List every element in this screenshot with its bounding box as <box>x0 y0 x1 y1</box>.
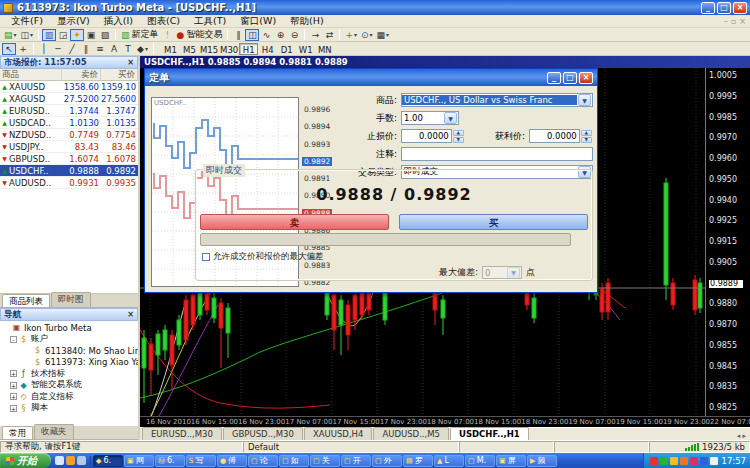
terminal-toggle[interactable]: ▣ <box>84 29 98 41</box>
candlestick-button[interactable]: ◫ <box>245 29 259 41</box>
market-watch-row[interactable]: ▲ EURUSD.. 1.3744 1.3747 <box>0 105 138 117</box>
market-watch-toggle[interactable]: ▥ <box>42 29 56 41</box>
menu-item[interactable]: 图表(C) <box>140 15 187 28</box>
arrows-button[interactable]: ◆▾ <box>135 43 150 55</box>
market-watch-row[interactable]: ▲ USDCAD.. 1.0130 1.0135 <box>0 117 138 129</box>
quick-launch-icon[interactable] <box>77 456 86 465</box>
market-watch-row[interactable]: ▲ XAUUSD 1358.60 1359.10 <box>0 81 138 93</box>
column-ask[interactable]: 买价 <box>101 69 138 81</box>
tab-favorites[interactable]: 收藏夹 <box>34 424 74 439</box>
taskbar-button[interactable]: ● 傅 <box>217 455 247 467</box>
menu-item[interactable]: 插入(I) <box>97 15 140 28</box>
tab-tick-chart[interactable]: 即时图 <box>51 292 91 307</box>
text-button[interactable]: A <box>107 43 121 55</box>
chart-tab[interactable]: USDCHF..,H1 <box>450 427 529 440</box>
maximize-button[interactable]: □ <box>717 2 731 14</box>
navigator-tree-item[interactable]: $ 6113973: Xing Xiao Yan <box>0 357 138 369</box>
sell-button[interactable]: 卖 <box>200 214 389 230</box>
menu-item[interactable]: 文件(F) <box>4 15 50 28</box>
mdi-window-controls[interactable]: –▫× <box>724 17 746 26</box>
mdi-close-icon[interactable]: × <box>739 17 746 26</box>
column-symbol[interactable]: 商品 <box>0 69 62 81</box>
tree-expander-icon[interactable]: + <box>10 382 17 389</box>
market-watch-close-icon[interactable]: × <box>127 58 134 67</box>
channel-button[interactable]: ∥ <box>79 43 93 55</box>
stop-loss-input[interactable]: 0.0000 <box>401 129 452 143</box>
tab-scroll-arrows-icon[interactable]: ◂ ▸ <box>737 432 750 440</box>
chart-tab[interactable]: EURUSD..,M30 <box>142 427 222 440</box>
new-chart-button[interactable]: ▤▾ <box>2 29 19 41</box>
status-profile[interactable]: Default <box>243 441 459 453</box>
taskbar-button[interactable]: ▤ 罗 <box>403 455 433 467</box>
timeframe-button[interactable]: H4 <box>258 43 277 55</box>
strategy-tester-toggle[interactable]: ▧ <box>98 29 112 41</box>
chart-tab[interactable]: GBPUSD..,M30 <box>223 427 303 440</box>
zoom-out-button[interactable]: ⊖ <box>287 29 301 41</box>
data-window-toggle[interactable]: ◲ <box>56 29 70 41</box>
comment-input[interactable] <box>401 147 593 161</box>
timeframe-button[interactable]: M30 <box>219 43 239 55</box>
tree-expander-icon[interactable]: + <box>10 405 17 412</box>
navigator-tree-item[interactable]: + ◇ 自定义指标 <box>0 391 138 403</box>
tab-common[interactable]: 常用 <box>2 426 33 439</box>
market-watch-row[interactable]: ▼ GBPUSD.. 1.6074 1.6078 <box>0 153 138 165</box>
tree-expander-icon[interactable]: + <box>10 370 17 377</box>
expert-advisors-button[interactable]: ●智能交易 <box>175 29 225 41</box>
timeframe-button[interactable]: W1 <box>296 43 315 55</box>
market-watch-row[interactable]: ▼ AUDUSD.. 0.9931 0.9935 <box>0 177 138 189</box>
navigator-close-icon[interactable]: × <box>127 310 134 319</box>
volume-select[interactable]: 1.00▼ <box>401 111 459 125</box>
taskbar-button[interactable]: ▶ 频 <box>527 455 557 467</box>
timeframe-button[interactable]: D1 <box>277 43 296 55</box>
dialog-minimize-button[interactable]: _ <box>547 72 561 84</box>
dropdown-arrow-icon[interactable]: ▼ <box>444 112 457 124</box>
timeframe-button[interactable]: M15 <box>199 43 219 55</box>
taskbar-button[interactable]: ▲ L <box>434 455 464 467</box>
new-order-button[interactable]: ▥新定单 <box>119 29 161 41</box>
taskbar-button[interactable]: ▢ 如 <box>279 455 309 467</box>
quick-launch-icon[interactable] <box>66 456 75 465</box>
templates-button[interactable]: ▦▾ <box>375 29 392 41</box>
indicators-button[interactable]: +▾ <box>343 29 359 41</box>
tab-symbols[interactable]: 商品列表 <box>2 294 50 307</box>
taskbar-button[interactable]: S 写 <box>186 455 216 467</box>
close-button[interactable]: × <box>733 2 747 14</box>
symbol-select[interactable]: USDCHF.., US Dollar vs Swiss Franc▼ <box>401 93 593 107</box>
navigator-tree-item[interactable]: + ƒ 技术指标 <box>0 368 138 380</box>
timeframe-button[interactable]: M1 <box>161 43 180 55</box>
tree-expander-icon[interactable]: + <box>10 393 17 400</box>
tray-icon[interactable] <box>710 457 718 465</box>
mdi-minimize-icon[interactable]: – <box>724 17 728 26</box>
mdi-restore-icon[interactable]: ▫ <box>731 17 736 26</box>
timeframe-button[interactable]: MN <box>315 43 334 55</box>
taskbar-button[interactable]: Ⓜ 6. <box>155 455 185 467</box>
menu-item[interactable]: 窗口(W) <box>233 15 283 28</box>
tray-icon[interactable] <box>700 457 708 465</box>
take-profit-input[interactable]: 0.0000 <box>529 129 580 143</box>
take-profit-spinner[interactable]: ▲▼ <box>581 130 592 142</box>
taskbar-button[interactable]: ▢ 关 <box>310 455 340 467</box>
menu-item[interactable]: 工具(T) <box>187 15 233 28</box>
buy-button[interactable]: 买 <box>399 214 588 230</box>
taskbar-button[interactable]: ▣ 屏 <box>496 455 526 467</box>
market-watch-row[interactable]: ▼ USDJPY.. 83.43 83.46 <box>0 141 138 153</box>
vertical-line-button[interactable]: │ <box>37 43 51 55</box>
taskbar-button[interactable]: ▢ M. <box>465 455 495 467</box>
navigator-tree-item[interactable]: ▣ Ikon Turbo Meta <box>0 322 138 334</box>
navigator-tree-item[interactable]: $ 6113840: Mo Shao Ling <box>0 345 138 357</box>
start-button[interactable]: 开始 <box>0 453 51 468</box>
taskbar-button[interactable]: ▢ 开 <box>341 455 371 467</box>
navigator-toggle[interactable]: ✦ <box>70 29 84 41</box>
horizontal-line-button[interactable]: ─ <box>51 43 65 55</box>
navigator-tree-item[interactable]: + ◆ 智能交易系统 <box>0 380 138 392</box>
taskbar-button[interactable]: ◆ 6. <box>93 455 123 467</box>
crosshair-button[interactable]: + <box>16 43 30 55</box>
timeframe-button[interactable]: H1 <box>239 43 258 55</box>
tray-icon[interactable] <box>670 457 678 465</box>
dropdown-arrow-icon[interactable]: ▼ <box>578 94 591 106</box>
profiles-button[interactable]: ◫▾ <box>19 29 36 41</box>
auto-scroll-button[interactable]: → <box>308 29 322 41</box>
market-watch-row[interactable]: ▼ NZDUSD.. 0.7749 0.7754 <box>0 129 138 141</box>
market-watch-row[interactable]: ▲ USDCHF.. 0.9888 0.9892 <box>0 165 138 177</box>
tray-icon[interactable] <box>680 457 688 465</box>
